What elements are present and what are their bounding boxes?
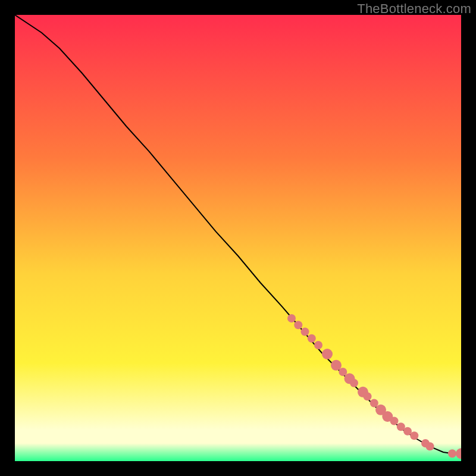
chart-stage: TheBottleneck.com (0, 0, 476, 476)
measured-point (364, 392, 372, 400)
measured-point (390, 417, 399, 425)
attribution-text: TheBottleneck.com (357, 1, 471, 17)
measured-point (294, 321, 302, 329)
measured-point (448, 449, 456, 458)
measured-point (350, 379, 358, 387)
measured-point (308, 334, 316, 343)
measured-point (331, 360, 342, 371)
bottleneck-chart (15, 15, 461, 461)
measured-point (287, 314, 296, 322)
measured-point (314, 341, 322, 349)
measured-point (301, 328, 309, 336)
measured-point (426, 442, 434, 450)
gradient-background (15, 15, 461, 461)
measured-point (322, 349, 333, 359)
measured-point (410, 431, 418, 440)
